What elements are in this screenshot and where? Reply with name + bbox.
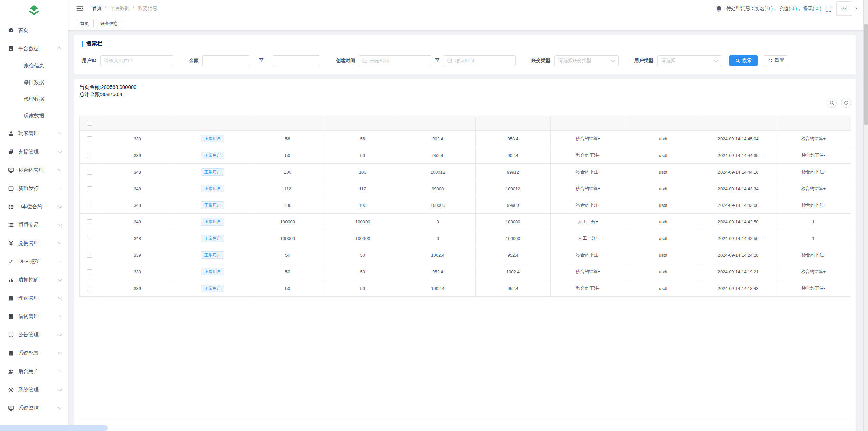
sidebar-item[interactable]: 后台用户 (0, 362, 68, 380)
amount-summary: 当页金额:200568.000000 总计金额:308750.4 (79, 83, 851, 98)
table-footer-divider (79, 418, 851, 418)
app-logo[interactable] (0, 0, 68, 21)
cell-amount: 100 (326, 197, 401, 214)
cell-user-type: 正常用户 (175, 247, 251, 263)
message-counter[interactable]: 提现( 0 ) (803, 5, 821, 11)
sidebar-group: 理财管理 (0, 289, 68, 307)
sidebar-item[interactable]: U本位合约 (0, 197, 68, 216)
user-type-tag: 正常用户 (201, 285, 224, 292)
end-date-input[interactable] (444, 55, 516, 66)
fullscreen-icon[interactable] (825, 5, 832, 12)
sidebar-item[interactable]: 理财管理 (0, 289, 68, 307)
row-checkbox[interactable] (87, 286, 92, 291)
sidebar-item[interactable]: 新币发行 (0, 179, 68, 197)
row-checkbox[interactable] (87, 136, 92, 141)
horizontal-scrollbar-thumb[interactable] (0, 425, 108, 431)
row-checkbox[interactable] (87, 269, 92, 274)
chevron-icon (58, 149, 62, 153)
sidebar-item[interactable]: DEFI挖矿 (0, 252, 68, 271)
sidebar-subitem[interactable]: 玩家数据 (0, 107, 68, 124)
cell-amount: 100000 (326, 230, 401, 247)
cell-after-value: 958.4 (476, 131, 551, 147)
cell-coin: usdt (626, 247, 701, 263)
row-checkbox[interactable] (87, 186, 92, 191)
row-checkbox-cell (80, 280, 100, 297)
breadcrumb-item[interactable]: / 平台数据 (102, 5, 130, 12)
sidebar-item[interactable]: 币币交易 (0, 216, 68, 234)
cell-user-id: 348 (100, 180, 175, 197)
vertical-scrollbar-thumb[interactable] (864, 24, 868, 125)
user-type-tag: 正常用户 (201, 268, 224, 275)
cell-before-value: 100012 (400, 164, 476, 180)
gauge-icon (8, 27, 14, 33)
cell-user-type: 正常用户 (175, 263, 251, 280)
row-checkbox[interactable] (87, 236, 92, 241)
sidebar-group: 币币交易 (0, 216, 68, 234)
breadcrumb-item[interactable]: / 账变信息 (130, 5, 157, 12)
monitor-icon (8, 405, 14, 411)
document-icon (8, 295, 14, 301)
main-area: 首页 / 平台数据 / 账变信息 待处理消息： (68, 0, 868, 431)
row-checkbox[interactable] (87, 203, 92, 208)
table-refresh-button[interactable] (841, 98, 851, 108)
change-type-select[interactable]: 请选择账变类型 (554, 55, 619, 66)
row-checkbox[interactable] (87, 219, 92, 224)
sidebar-collapse-button[interactable] (76, 5, 83, 12)
row-checkbox[interactable] (87, 170, 92, 175)
sidebar-group: 兑换管理 (0, 234, 68, 252)
sidebar-item[interactable]: 首页 (0, 21, 68, 39)
start-date-input[interactable] (359, 55, 431, 66)
table-search-button[interactable] (827, 98, 837, 108)
data-table: 339 正常用户 56 56 902.4 958.4 秒合约结算+ usdt 2… (79, 116, 851, 297)
sidebar-subitem[interactable]: 账变信息 (0, 58, 68, 74)
breadcrumb-label[interactable]: 账变信息 (138, 5, 157, 11)
cell-created-time: 2024-09-14 14:45:04 (701, 131, 776, 147)
row-checkbox[interactable] (87, 253, 92, 258)
row-checkbox[interactable] (87, 153, 92, 158)
sidebar-item[interactable]: 公告管理 (0, 326, 68, 344)
sidebar-item[interactable]: 系统管理 (0, 380, 68, 399)
chevron-down-icon[interactable] (855, 8, 858, 11)
sidebar-item[interactable]: 借贷管理 (0, 307, 68, 326)
message-counter[interactable]: 实名( 0 )， (755, 5, 777, 11)
chevron-icon (58, 296, 62, 299)
breadcrumb-item[interactable]: 首页 (92, 5, 102, 12)
sidebar-item[interactable]: 兑换管理 (0, 234, 68, 252)
sidebar-group: 后台用户 (0, 362, 68, 380)
amount-min-input[interactable] (202, 55, 250, 66)
sidebar-item[interactable]: 秒合约管理 (0, 161, 68, 179)
reset-button[interactable]: 重置 (764, 55, 788, 66)
sidebar-item[interactable]: 系统配置 (0, 344, 68, 362)
sidebar-item[interactable]: 系统监控 (0, 399, 68, 417)
message-counter[interactable]: 充值( 0 )， (779, 5, 802, 11)
cell-u-equivalent: 50 (250, 263, 326, 280)
amount-max-input[interactable] (273, 55, 320, 66)
view-tab[interactable]: 首页 (76, 19, 94, 28)
table-row: 339 正常用户 50 50 952.4 902.4 秒合约下注- usdt 2… (80, 147, 851, 164)
sidebar-item[interactable]: 充提管理 (0, 142, 68, 161)
sidebar-item[interactable]: 质押挖矿 (0, 271, 68, 289)
user-type-select[interactable]: 请选择 (657, 55, 722, 66)
select-all-checkbox[interactable] (87, 121, 92, 126)
view-tab[interactable]: 账变信息 (96, 19, 122, 28)
sidebar-item[interactable]: 平台数据 (0, 39, 68, 58)
row-checkbox-cell (80, 197, 100, 214)
cell-change-type: 秒合约下注- (551, 164, 626, 180)
sidebar-subitem[interactable]: 代理数据 (0, 91, 68, 107)
user-type-tag: 正常用户 (201, 218, 224, 226)
cell-after-value: 902.4 (476, 147, 551, 164)
breadcrumb-label[interactable]: 平台数据 (111, 5, 130, 11)
message-count: 0 (790, 6, 795, 11)
sidebar-group: 秒合约管理 (0, 161, 68, 179)
row-checkbox-cell (80, 214, 100, 230)
search-button[interactable]: 搜索 (729, 55, 758, 66)
bell-icon[interactable] (716, 5, 722, 12)
vertical-scrollbar[interactable] (863, 0, 868, 431)
sidebar-item[interactable]: 玩家管理 (0, 124, 68, 142)
mining-icon (8, 259, 14, 265)
breadcrumb-label[interactable]: 首页 (92, 5, 102, 11)
avatar[interactable] (836, 1, 852, 16)
amount-label: 金额 (189, 58, 198, 64)
sidebar-subitem[interactable]: 每日数据 (0, 74, 68, 91)
user-id-input[interactable] (100, 55, 173, 66)
